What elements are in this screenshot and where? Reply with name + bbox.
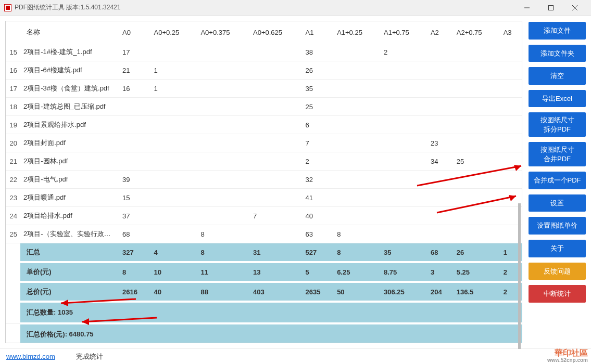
- table-row[interactable]: 182项目-建筑总图_已压缩.pdf25: [6, 98, 522, 116]
- maximize-button[interactable]: [539, 0, 563, 16]
- data-cell: [119, 116, 151, 134]
- table-row[interactable]: 212项目-园林.pdf23425: [6, 152, 522, 171]
- file-name-cell: 2项目封面.pdf: [20, 134, 119, 152]
- data-cell: [119, 134, 151, 152]
- grand-price-row: 汇总价格(元): 6480.75: [6, 323, 522, 343]
- summary-cell: 8: [119, 262, 151, 282]
- data-cell: [119, 152, 151, 171]
- column-header[interactable]: A1: [303, 21, 334, 43]
- data-cell: [151, 98, 198, 116]
- data-cell: [197, 116, 250, 134]
- table-row[interactable]: 252项目-（实验室、实验行政楼...688638: [6, 225, 522, 243]
- data-cell: [500, 152, 522, 171]
- table-row[interactable]: 172项目-3#楼（食堂）建筑.pdf16135: [6, 80, 522, 98]
- data-cell: [197, 80, 250, 98]
- table-row[interactable]: 162项目-6#楼建筑.pdf21126: [6, 61, 522, 80]
- data-cell: [381, 171, 427, 189]
- data-cell: 1: [151, 80, 198, 98]
- column-header[interactable]: [6, 21, 20, 43]
- summary-full-cell: 汇总数量: 1035: [20, 302, 522, 323]
- data-cell: [197, 98, 250, 116]
- data-cell: [197, 134, 250, 152]
- data-cell: 16: [119, 80, 151, 98]
- column-header[interactable]: A0+0.375: [197, 21, 250, 43]
- table-row[interactable]: 202项目封面.pdf723: [6, 134, 522, 152]
- summary-label: 汇总: [20, 243, 119, 263]
- window-title: PDF图纸统计工具 版本:1.5.401.32421: [15, 3, 515, 12]
- add-file-button[interactable]: 添加文件: [529, 22, 586, 40]
- data-cell: 35: [303, 80, 334, 98]
- column-header[interactable]: A2: [427, 21, 454, 43]
- summary-unit-price-row: 单价(元)810111356.258.7535.252: [6, 262, 522, 282]
- data-cell: [500, 134, 522, 152]
- data-cell: [381, 61, 427, 80]
- column-header[interactable]: 名称: [20, 21, 119, 43]
- table-row[interactable]: 242项目给排水.pdf37740: [6, 207, 522, 225]
- footer-link[interactable]: www.bimzd.com: [6, 353, 55, 360]
- column-header[interactable]: A1+0.25: [334, 21, 381, 43]
- data-cell: [250, 225, 303, 243]
- column-header[interactable]: A0: [119, 21, 151, 43]
- column-header[interactable]: A2+0.75: [454, 21, 500, 43]
- interrupt-button[interactable]: 中断统计: [529, 285, 586, 303]
- grand-count-row: 汇总数量: 1035: [6, 302, 522, 323]
- row-number: 15: [6, 43, 20, 61]
- column-header[interactable]: A1+0.75: [381, 21, 427, 43]
- export-excel-button[interactable]: 导出Excel: [529, 90, 586, 108]
- table-row[interactable]: 152项目-1#楼-建筑_1.pdf17382: [6, 43, 522, 61]
- minimize-button[interactable]: [515, 0, 539, 16]
- data-cell: [334, 152, 381, 171]
- merge-one-button[interactable]: 合并成一个PDF: [529, 172, 586, 189]
- column-header[interactable]: A3: [500, 21, 522, 43]
- summary-cell: 8: [197, 243, 250, 263]
- table-row[interactable]: 192项目景观给排水.pdf6: [6, 116, 522, 134]
- data-cell: [381, 116, 427, 134]
- file-name-cell: 2项目-1#楼-建筑_1.pdf: [20, 43, 119, 61]
- data-cell: [250, 134, 303, 152]
- row-number: 21: [6, 152, 20, 171]
- data-cell: [454, 134, 500, 152]
- add-folder-button[interactable]: 添加文件夹: [529, 45, 586, 62]
- column-header[interactable]: A0+0.625: [250, 21, 303, 43]
- table-row[interactable]: 232项目暖通.pdf1541: [6, 189, 522, 207]
- clear-button[interactable]: 清空: [529, 67, 586, 85]
- set-price-button[interactable]: 设置图纸单价: [529, 217, 586, 235]
- split-by-size-button[interactable]: 按图纸尺寸拆分PDF: [529, 112, 586, 137]
- data-cell: 34: [427, 152, 454, 171]
- data-cell: [151, 134, 198, 152]
- vertical-scrollbar[interactable]: [518, 203, 521, 349]
- feedback-button[interactable]: 反馈问题: [529, 263, 586, 280]
- settings-button[interactable]: 设置: [529, 194, 586, 212]
- app-icon: [4, 4, 11, 11]
- data-cell: [427, 189, 454, 207]
- data-cell: [119, 98, 151, 116]
- summary-cell: 6.25: [334, 262, 381, 282]
- summary-cell: 35: [381, 243, 427, 263]
- column-header[interactable]: A0+0.25: [151, 21, 198, 43]
- summary-cell: 10: [151, 262, 198, 282]
- table-container[interactable]: 名称A0A0+0.25A0+0.375A0+0.625A1A1+0.25A1+0…: [6, 21, 522, 343]
- data-cell: [250, 43, 303, 61]
- merge-by-size-button[interactable]: 按图纸尺寸合并PDF: [529, 142, 586, 166]
- summary-cell: 3: [427, 262, 454, 282]
- data-cell: [151, 152, 198, 171]
- data-cell: [334, 98, 381, 116]
- data-cell: [500, 61, 522, 80]
- summary-cell: 306.25: [381, 282, 427, 302]
- data-cell: [500, 43, 522, 61]
- data-cell: 26: [303, 61, 334, 80]
- summary-cell: 31: [250, 243, 303, 263]
- data-cell: [197, 207, 250, 225]
- data-cell: [500, 116, 522, 134]
- summary-cell: 4: [151, 243, 198, 263]
- file-name-cell: 2项目暖通.pdf: [20, 189, 119, 207]
- close-button[interactable]: [563, 0, 587, 16]
- table-row[interactable]: 222项目-电气.pdf3932: [6, 171, 522, 189]
- data-cell: [454, 98, 500, 116]
- data-cell: 21: [119, 61, 151, 80]
- data-cell: [151, 171, 198, 189]
- about-button[interactable]: 关于: [529, 240, 586, 257]
- data-cell: [427, 61, 454, 80]
- data-cell: 39: [119, 171, 151, 189]
- statusbar: www.bimzd.com 完成统计: [0, 348, 591, 364]
